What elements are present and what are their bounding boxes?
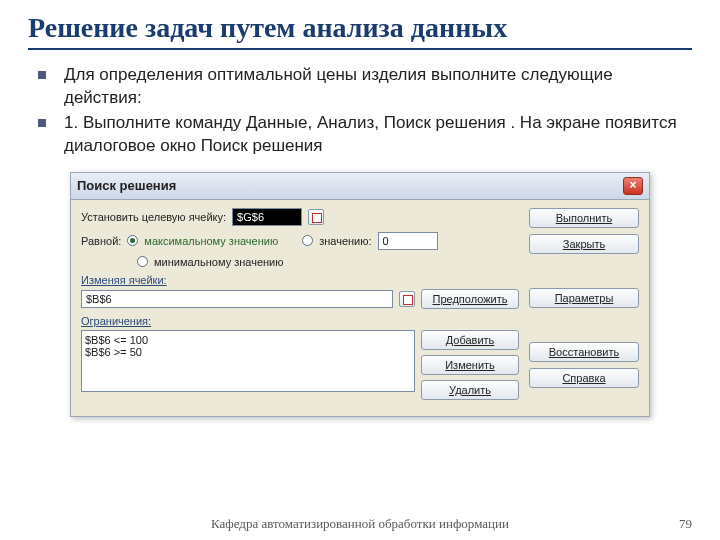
- guess-button[interactable]: Предположить: [421, 289, 519, 309]
- constraint-item: $B$6 <= 100: [85, 334, 411, 346]
- radio-value[interactable]: [302, 235, 313, 246]
- reset-button[interactable]: Восстановить: [529, 342, 639, 362]
- target-cell-input[interactable]: $G$6: [232, 208, 302, 226]
- slide-title: Решение задач путем анализа данных: [28, 12, 692, 50]
- bullet-text: Для определения оптимальной цены изделия…: [64, 64, 692, 110]
- constraints-label: Ограничения:: [81, 315, 519, 327]
- changing-label: Изменяя ячейки:: [81, 274, 519, 286]
- bullet-icon: [38, 119, 46, 127]
- page-number: 79: [652, 516, 692, 532]
- value-input[interactable]: 0: [378, 232, 438, 250]
- changing-input[interactable]: $B$6: [81, 290, 393, 308]
- footer-text: Кафедра автоматизированной обработки инф…: [68, 516, 652, 532]
- constraint-item: $B$6 >= 50: [85, 346, 411, 358]
- bullet-list: Для определения оптимальной цены изделия…: [38, 64, 692, 158]
- dialog-titlebar: Поиск решения ×: [71, 173, 649, 200]
- constraints-list[interactable]: $B$6 <= 100 $B$6 >= 50: [81, 330, 415, 392]
- equal-label: Равной:: [81, 235, 121, 247]
- close-icon[interactable]: ×: [623, 177, 643, 195]
- radio-min-label: минимальному значению: [154, 256, 284, 268]
- radio-value-label: значению:: [319, 235, 371, 247]
- delete-button[interactable]: Удалить: [421, 380, 519, 400]
- target-label: Установить целевую ячейку:: [81, 211, 226, 223]
- run-button[interactable]: Выполнить: [529, 208, 639, 228]
- change-button[interactable]: Изменить: [421, 355, 519, 375]
- close-button[interactable]: Закрыть: [529, 234, 639, 254]
- slide-footer: Кафедра автоматизированной обработки инф…: [0, 516, 720, 532]
- solver-dialog: Поиск решения × Установить целевую ячейк…: [70, 172, 650, 417]
- radio-max[interactable]: [127, 235, 138, 246]
- options-button[interactable]: Параметры: [529, 288, 639, 308]
- radio-min[interactable]: [137, 256, 148, 267]
- refedit-icon[interactable]: [308, 209, 324, 225]
- refedit-icon[interactable]: [399, 291, 415, 307]
- radio-max-label: максимальному значению: [144, 235, 278, 247]
- help-button[interactable]: Справка: [529, 368, 639, 388]
- bullet-icon: [38, 71, 46, 79]
- dialog-title: Поиск решения: [77, 178, 623, 193]
- bullet-text: 1. Выполните команду Данные, Анализ, Пои…: [64, 112, 692, 158]
- add-button[interactable]: Добавить: [421, 330, 519, 350]
